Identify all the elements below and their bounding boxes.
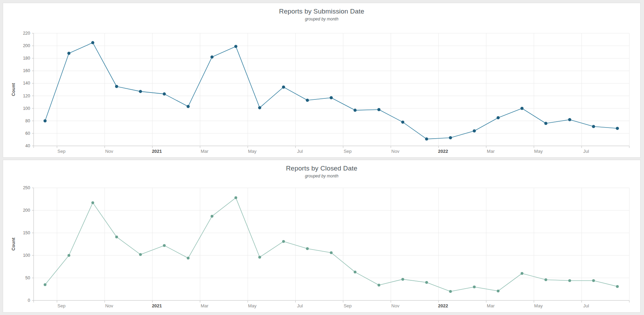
series-points	[44, 196, 619, 293]
data-point	[592, 125, 595, 128]
data-point	[497, 290, 499, 292]
data-point	[425, 281, 428, 284]
data-point	[616, 127, 619, 130]
x-month-label: Mar	[201, 303, 209, 308]
data-point	[139, 90, 142, 93]
x-month-label: Nov	[391, 149, 400, 154]
x-month-label: Jul	[583, 149, 589, 154]
x-month-label: Mar	[487, 149, 495, 154]
y-tick-label: 200	[23, 208, 30, 213]
x-year-label: 2022	[438, 149, 448, 154]
data-point	[258, 106, 261, 109]
closed-date-line-chart: 050100150200250SepNov2021MarMayJulSepNov…	[3, 160, 640, 312]
data-point	[473, 129, 476, 132]
data-point	[44, 119, 47, 122]
submission-date-line-chart: 406080100120140160180200220SepNov2021Mar…	[3, 3, 640, 157]
x-month-label: Sep	[343, 149, 351, 154]
data-point	[544, 122, 547, 125]
y-tick-labels: 050100150200250	[23, 185, 34, 303]
y-axis-title: Count	[11, 237, 16, 251]
data-point	[44, 283, 46, 286]
x-tick-labels: SepNov2021MarMayJulSepNov2022MarMayJul	[57, 300, 629, 308]
series-line	[45, 43, 617, 139]
y-tick-labels: 406080100120140160180200220	[23, 31, 34, 148]
closed-date-chart-panel: Reports by Closed Date grouped by month …	[3, 160, 641, 313]
x-month-label: Sep	[343, 303, 351, 308]
y-tick-label: 220	[23, 31, 30, 36]
data-point	[306, 247, 309, 250]
data-point	[449, 290, 452, 293]
data-point	[115, 85, 118, 88]
data-point	[163, 93, 166, 96]
v-gridlines	[57, 33, 629, 146]
data-point	[211, 215, 214, 218]
y-tick-label: 100	[23, 253, 30, 258]
data-point	[449, 136, 452, 139]
x-tick-labels: SepNov2021MarMayJulSepNov2022MarMayJul	[57, 146, 629, 154]
data-point	[592, 279, 595, 282]
x-month-label: Nov	[105, 303, 113, 308]
data-point	[139, 253, 142, 256]
x-month-label: Nov	[391, 303, 400, 308]
data-point	[258, 256, 261, 259]
x-month-label: May	[248, 303, 257, 308]
data-point	[163, 244, 166, 247]
data-point	[187, 257, 190, 260]
data-point	[568, 118, 571, 121]
data-point	[401, 278, 404, 281]
data-point	[234, 45, 237, 48]
y-tick-label: 60	[25, 131, 30, 136]
data-point	[306, 99, 309, 102]
h-gridlines	[34, 33, 629, 146]
x-month-label: Nov	[105, 149, 113, 154]
data-point	[616, 285, 619, 288]
data-point	[354, 271, 356, 273]
y-tick-label: 120	[23, 94, 30, 98]
y-tick-label: 140	[23, 81, 30, 86]
data-point	[377, 284, 380, 287]
data-point	[115, 236, 118, 238]
data-point	[521, 107, 524, 110]
y-tick-label: 250	[23, 185, 30, 190]
x-year-label: 2021	[152, 303, 162, 308]
data-point	[473, 286, 476, 288]
x-month-label: Jul	[583, 303, 589, 308]
data-point	[92, 201, 94, 204]
y-tick-label: 80	[25, 119, 30, 123]
data-point	[377, 108, 381, 111]
y-tick-label: 50	[25, 275, 30, 280]
x-month-label: Mar	[487, 303, 495, 308]
series-line	[45, 198, 617, 291]
x-month-label: May	[534, 303, 543, 308]
data-point	[545, 278, 547, 281]
data-point	[234, 196, 237, 199]
data-point	[91, 41, 94, 44]
x-month-label: Sep	[58, 303, 66, 308]
data-point	[330, 251, 333, 254]
x-month-label: Sep	[58, 149, 66, 154]
data-point	[68, 254, 70, 257]
data-point	[354, 109, 357, 112]
x-year-label: 2022	[438, 303, 448, 308]
h-gridlines	[34, 188, 629, 300]
y-tick-label: 160	[23, 68, 30, 73]
y-tick-label: 40	[25, 143, 30, 148]
data-point	[425, 138, 428, 141]
series-points	[44, 41, 619, 141]
data-point	[497, 116, 500, 119]
v-gridlines	[57, 188, 629, 300]
data-point	[210, 55, 214, 59]
data-point	[282, 240, 285, 243]
submission-date-chart-panel: Reports by Submission Date grouped by mo…	[3, 3, 641, 158]
y-tick-label: 0	[28, 298, 30, 303]
data-point	[67, 52, 70, 55]
y-tick-label: 150	[23, 230, 30, 235]
data-point	[568, 279, 571, 282]
x-month-label: Jul	[297, 149, 303, 154]
data-point	[521, 272, 523, 275]
y-tick-label: 180	[23, 56, 30, 61]
y-axis-title: Count	[11, 83, 16, 96]
data-point	[401, 121, 404, 124]
data-point	[330, 96, 333, 99]
x-month-label: Mar	[201, 149, 209, 154]
